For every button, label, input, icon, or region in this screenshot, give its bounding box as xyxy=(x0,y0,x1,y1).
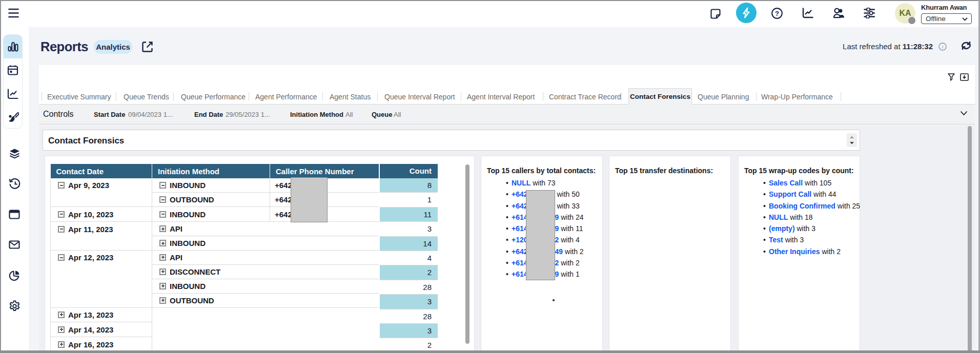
svg-text:?: ? xyxy=(775,10,779,17)
svg-text:i: i xyxy=(942,44,944,50)
